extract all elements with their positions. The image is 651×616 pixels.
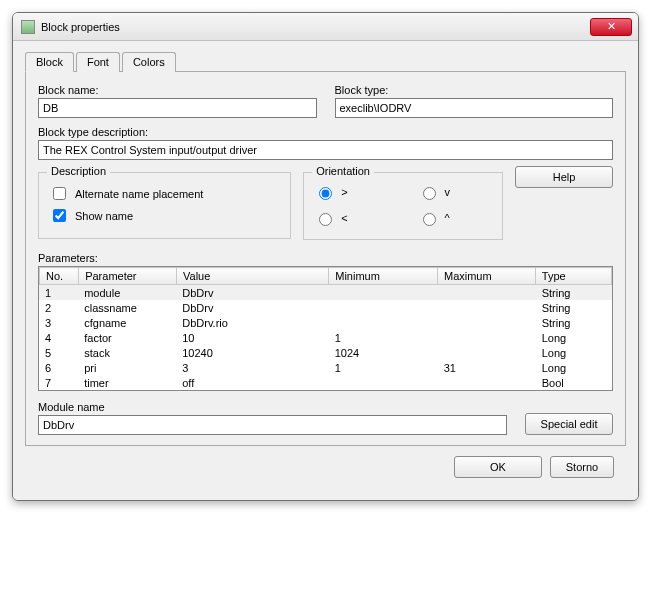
col-header-no[interactable]: No. [40, 268, 79, 285]
radio-orient-v[interactable] [423, 187, 436, 200]
cell-no: 1 [39, 285, 78, 300]
col-header-type[interactable]: Type [535, 268, 611, 285]
cell-minimum: 1024 [329, 345, 438, 360]
group-orientation: Orientation > v < ^ [303, 172, 503, 240]
client-area: Block Font Colors Block name: Block type… [13, 41, 638, 500]
field-block-type: Block type: [335, 84, 614, 118]
cell-parameter: cfgname [78, 315, 176, 330]
cell-no: 2 [39, 300, 78, 315]
cell-parameter: factor [78, 330, 176, 345]
titlebar[interactable]: Block properties ✕ [13, 13, 638, 41]
storno-button[interactable]: Storno [550, 456, 614, 478]
cell-type: String [536, 285, 612, 300]
cell-parameter: module [78, 285, 176, 300]
tab-colors[interactable]: Colors [122, 52, 176, 72]
ok-button[interactable]: OK [454, 456, 542, 478]
field-module-name: Module name [38, 401, 507, 435]
col-header-parameter[interactable]: Parameter [79, 268, 177, 285]
dialog-window: Block properties ✕ Block Font Colors Blo… [12, 12, 639, 501]
cell-type: Long [536, 330, 612, 345]
cell-maximum [438, 375, 536, 390]
table-row[interactable]: 2classnameDbDrvString [39, 300, 612, 315]
parameters-label: Parameters: [38, 252, 613, 264]
parameters-section: Parameters: No. Parameter Value Minimum … [38, 252, 613, 391]
cell-type: String [536, 315, 612, 330]
table-row[interactable]: 1moduleDbDrvString [39, 285, 612, 300]
tab-panel-block: Block name: Block type: Block type descr… [25, 72, 626, 446]
close-button[interactable]: ✕ [590, 18, 632, 36]
module-name-input[interactable] [38, 415, 507, 435]
radio-orient-v-label: v [445, 186, 451, 198]
cell-maximum [438, 345, 536, 360]
cell-value: 10 [176, 330, 329, 345]
cell-minimum: 1 [329, 330, 438, 345]
radio-orient-gt-label: > [341, 186, 347, 198]
checkbox-alternate-name[interactable] [53, 187, 66, 200]
table-row[interactable]: 5stack102401024Long [39, 345, 612, 360]
radio-orient-lt-label: < [341, 212, 347, 224]
cell-no: 4 [39, 330, 78, 345]
tab-block[interactable]: Block [25, 52, 74, 72]
cell-type: Long [536, 360, 612, 375]
cell-value: DbDrv [176, 285, 329, 300]
cell-minimum [329, 375, 438, 390]
cell-no: 7 [39, 375, 78, 390]
cell-parameter: classname [78, 300, 176, 315]
cell-minimum [329, 315, 438, 330]
block-type-desc-input[interactable] [38, 140, 613, 160]
cell-type: Bool [536, 375, 612, 390]
col-header-maximum[interactable]: Maximum [437, 268, 535, 285]
close-icon: ✕ [607, 20, 616, 33]
cell-no: 5 [39, 345, 78, 360]
checkbox-show-name[interactable] [53, 209, 66, 222]
cell-value: off [176, 375, 329, 390]
radio-orient-caret-label: ^ [445, 212, 450, 224]
field-block-type-desc: Block type description: [38, 126, 613, 160]
tabstrip: Block Font Colors [25, 51, 626, 72]
cell-no: 6 [39, 360, 78, 375]
group-orientation-legend: Orientation [312, 165, 374, 177]
group-description-legend: Description [47, 165, 110, 177]
tab-font[interactable]: Font [76, 52, 120, 72]
block-type-input[interactable] [335, 98, 614, 118]
table-row[interactable]: 4factor101Long [39, 330, 612, 345]
checkbox-alternate-name-label: Alternate name placement [75, 188, 203, 200]
help-button[interactable]: Help [515, 166, 613, 188]
cell-no: 3 [39, 315, 78, 330]
window-title: Block properties [41, 21, 590, 33]
col-header-value[interactable]: Value [177, 268, 329, 285]
group-description: Description Alternate name placement Sho… [38, 172, 291, 239]
table-row[interactable]: 7timeroffBool [39, 375, 612, 390]
cell-maximum [438, 330, 536, 345]
app-icon [21, 20, 35, 34]
field-block-name: Block name: [38, 84, 317, 118]
special-edit-button[interactable]: Special edit [525, 413, 613, 435]
checkbox-show-name-label: Show name [75, 210, 133, 222]
cell-parameter: pri [78, 360, 176, 375]
cell-parameter: timer [78, 375, 176, 390]
cell-value: DbDrv.rio [176, 315, 329, 330]
cell-maximum [438, 285, 536, 300]
block-type-desc-label: Block type description: [38, 126, 613, 138]
cell-maximum: 31 [438, 360, 536, 375]
block-type-label: Block type: [335, 84, 614, 96]
table-row[interactable]: 3cfgnameDbDrv.rioString [39, 315, 612, 330]
block-name-input[interactable] [38, 98, 317, 118]
radio-orient-lt[interactable] [319, 213, 332, 226]
cell-value: 10240 [176, 345, 329, 360]
cell-minimum [329, 300, 438, 315]
module-name-label: Module name [38, 401, 507, 413]
cell-maximum [438, 315, 536, 330]
col-header-minimum[interactable]: Minimum [329, 268, 438, 285]
cell-minimum [329, 285, 438, 300]
cell-type: Long [536, 345, 612, 360]
cell-maximum [438, 300, 536, 315]
dialog-buttons: OK Storno [25, 446, 626, 488]
cell-value: 3 [176, 360, 329, 375]
radio-orient-gt[interactable] [319, 187, 332, 200]
table-row[interactable]: 6pri3131Long [39, 360, 612, 375]
block-name-label: Block name: [38, 84, 317, 96]
cell-type: String [536, 300, 612, 315]
radio-orient-caret[interactable] [423, 213, 436, 226]
parameters-table[interactable]: No. Parameter Value Minimum Maximum Type… [38, 266, 613, 391]
